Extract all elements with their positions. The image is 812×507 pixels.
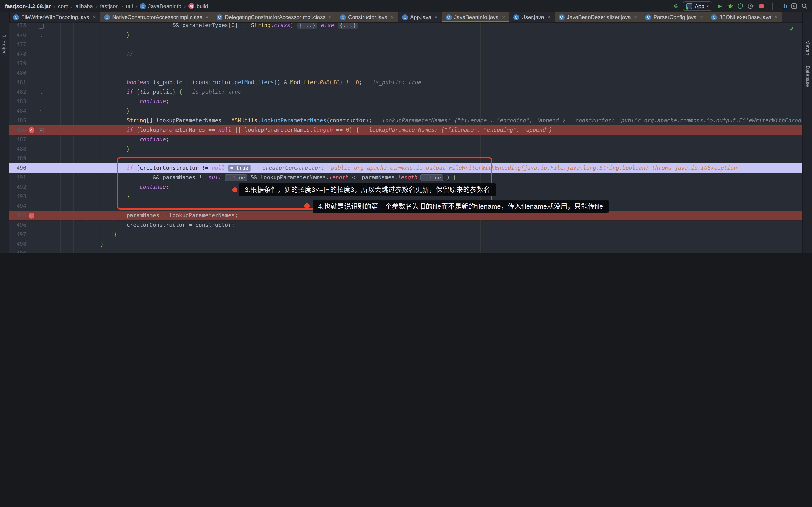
close-icon[interactable]: × — [391, 14, 394, 20]
back-arrow-icon[interactable] — [672, 3, 679, 9]
code-line-482[interactable]: 482⌄ if (!is_public) {is_public: true — [9, 88, 803, 97]
app-icon — [687, 3, 692, 9]
tab-App.java[interactable]: CApp.java× — [398, 12, 442, 22]
left-tool-stripe: 1: Project Z: Structure 2: Favorites ★ — [0, 12, 9, 253]
stop-button[interactable] — [758, 3, 764, 9]
fold-icon[interactable]: ⌄ — [40, 33, 43, 38]
tab-DelegatingConstructorAccessorImpl.class[interactable]: CDelegatingConstructorAccessorImpl.class… — [213, 12, 336, 22]
close-icon[interactable]: × — [700, 14, 703, 20]
tab-JavaBeanDeserializer.java[interactable]: CJavaBeanDeserializer.java× — [554, 12, 641, 22]
code-line-487[interactable]: 487 continue; — [9, 135, 803, 145]
code-line-488[interactable]: 488 } — [9, 145, 803, 154]
profiler-button[interactable] — [748, 3, 754, 9]
code-line-484[interactable]: 484⌃ } — [9, 106, 803, 116]
editor-tab-bar: CFileWriterWithEncoding.java×CNativeCons… — [0, 12, 812, 23]
close-icon[interactable]: × — [205, 14, 209, 20]
fold-icon[interactable]: ⌃ — [40, 109, 43, 114]
sidebar-item-maven[interactable]: Maven — [805, 40, 811, 55]
close-icon[interactable]: × — [634, 14, 637, 20]
breadcrumb-method[interactable]: build — [197, 3, 208, 9]
code-line-475[interactable]: 475− && parameterTypes[0] == String.clas… — [9, 23, 803, 30]
breadcrumb-root[interactable]: fastjson-1.2.68.jar — [5, 3, 51, 9]
class-icon: C — [104, 14, 110, 20]
code-line-479[interactable]: 479 — [9, 59, 803, 68]
breakpoint-icon[interactable]: ✓ — [28, 127, 34, 133]
code-line-480[interactable]: 480 — [9, 68, 803, 78]
breakpoint-icon[interactable]: ✓ — [28, 213, 34, 219]
code-line-476[interactable]: 476⌄ } — [9, 30, 803, 40]
close-icon[interactable]: × — [547, 14, 550, 20]
coverage-button[interactable] — [737, 3, 744, 9]
class-icon: C — [711, 14, 717, 20]
close-icon[interactable]: × — [435, 14, 438, 20]
close-icon[interactable]: × — [329, 14, 332, 20]
tab-JSONLexerBase.java[interactable]: CJSONLexerBase.java× — [707, 12, 782, 22]
code-lines: 475− && parameterTypes[0] == String.clas… — [9, 23, 803, 253]
class-icon: C — [402, 14, 408, 20]
class-icon: C — [446, 14, 452, 20]
tab-FileWriterWithEncoding.java[interactable]: CFileWriterWithEncoding.java× — [9, 12, 100, 22]
code-line-490[interactable]: 490 if (creatorConstructor != null= true… — [9, 163, 803, 173]
code-line-492[interactable]: 492 continue; — [9, 182, 803, 192]
class-icon: C — [513, 14, 519, 20]
code-line-485[interactable]: 485 String[] lookupParameterNames = ASMU… — [9, 116, 803, 125]
run-config-selector[interactable]: App▾ — [683, 1, 712, 11]
close-icon[interactable]: × — [93, 14, 96, 20]
breadcrumb-class[interactable]: JavaBeanInfo — [148, 3, 182, 9]
tab-Constructor.java[interactable]: CConstructor.java× — [336, 12, 398, 22]
run-button[interactable] — [716, 3, 723, 9]
code-line-481[interactable]: 481 boolean is_public = (constructor.get… — [9, 78, 803, 88]
class-icon: C — [140, 3, 146, 9]
code-line-477[interactable]: 477 — [9, 40, 803, 49]
class-icon: C — [645, 14, 651, 20]
breadcrumb: fastjson-1.2.68.jar ›com ›alibaba ›fastj… — [0, 0, 812, 12]
code-line-496[interactable]: 496 creatorConstructor = constructor; — [9, 220, 803, 230]
code-line-493[interactable]: 493 } — [9, 192, 803, 202]
class-icon: C — [217, 14, 223, 20]
code-line-491[interactable]: 491 && paramNames != null= true && looku… — [9, 173, 803, 182]
code-line-486[interactable]: 486✓− if (lookupParameterNames == null |… — [9, 125, 803, 135]
inspections-ok-icon[interactable]: ✓ — [789, 25, 794, 32]
breadcrumb-item[interactable]: com — [58, 3, 68, 9]
tab-JavaBeanInfo.java[interactable]: CJavaBeanInfo.java× — [442, 12, 509, 22]
tab-User.java[interactable]: CUser.java× — [509, 12, 554, 22]
breadcrumb-item[interactable]: alibaba — [75, 3, 93, 9]
class-icon: C — [340, 14, 346, 20]
sidebar-item-database[interactable]: Database — [805, 66, 811, 87]
code-editor[interactable]: 475− && parameterTypes[0] == String.clas… — [9, 23, 803, 253]
code-line-489[interactable]: 489 — [9, 154, 803, 163]
tab-ParserConfig.java[interactable]: CParserConfig.java× — [641, 12, 707, 22]
code-line-494[interactable]: 494 — [9, 202, 803, 211]
board-icon[interactable] — [791, 3, 797, 9]
ide-window: fastjson-1.2.68.jar ›com ›alibaba ›fastj… — [0, 0, 812, 253]
code-line-499[interactable]: 499 — [9, 249, 803, 253]
class-icon: C — [558, 14, 564, 20]
right-tool-stripe: Maven Database — [803, 12, 812, 253]
fold-icon[interactable]: − — [39, 128, 44, 133]
class-icon: C — [13, 14, 19, 20]
close-icon[interactable]: × — [502, 14, 505, 20]
code-line-478[interactable]: 478 // — [9, 49, 803, 59]
fold-icon[interactable]: ⌄ — [40, 90, 43, 95]
search-icon[interactable] — [801, 3, 807, 9]
code-line-483[interactable]: 483 continue; — [9, 97, 803, 106]
breadcrumb-item[interactable]: util — [126, 3, 133, 9]
tab-NativeConstructorAccessorImpl.class[interactable]: CNativeConstructorAccessorImpl.class× — [100, 12, 213, 22]
fold-icon[interactable]: − — [39, 23, 44, 29]
close-icon[interactable]: × — [774, 14, 777, 20]
code-line-495[interactable]: 495✓ paramNames = lookupParameterNames; — [9, 211, 803, 220]
debug-button[interactable] — [727, 3, 733, 9]
breadcrumb-item[interactable]: fastjson — [100, 3, 119, 9]
code-line-497[interactable]: 497 } — [9, 230, 803, 239]
compare-icon[interactable] — [780, 3, 786, 9]
method-icon: m — [189, 3, 194, 9]
sidebar-item-project[interactable]: 1: Project — [2, 35, 7, 56]
header-actions: App▾ — [672, 0, 807, 12]
code-line-498[interactable]: 498 } — [9, 239, 803, 249]
